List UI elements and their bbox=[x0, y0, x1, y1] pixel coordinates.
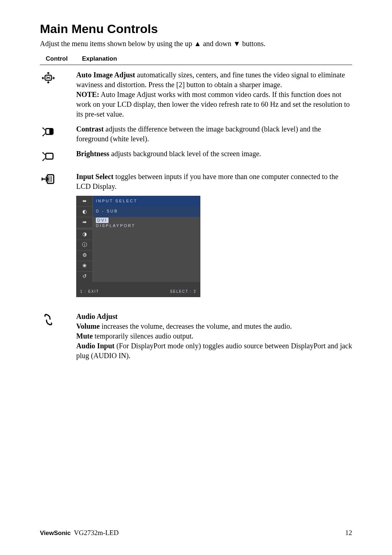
footer-model: VG2732m-LED bbox=[74, 529, 118, 536]
audio-mute-rest: temporarily silences audio output. bbox=[93, 332, 193, 340]
osd-opt-displayport: DISPLAYPORT bbox=[96, 223, 197, 228]
input-select-rest: toggles between inputs if you have more … bbox=[76, 173, 338, 190]
page-footer: ViewSonic VG2732m-LED 12 bbox=[40, 529, 352, 537]
table-header-control: Control bbox=[40, 55, 82, 62]
audio-volume-lead: Volume bbox=[76, 322, 100, 330]
auto-image-note-label: NOTE: bbox=[76, 90, 99, 98]
intro-text: Adjust the menu items shown below by usi… bbox=[40, 40, 352, 48]
osd-icon-auto: ⬌ bbox=[77, 196, 93, 206]
audio-input-lead: Audio Input bbox=[76, 342, 114, 350]
auto-image-lead: Auto Image Adjust bbox=[76, 71, 135, 79]
osd-icon-setup: ❀ bbox=[77, 261, 93, 271]
osd-icon-manual: ⚙ bbox=[77, 250, 93, 261]
contrast-icon bbox=[40, 125, 57, 139]
down-triangle-icon: ▼ bbox=[233, 40, 241, 48]
osd-opt-dvi: DVI bbox=[96, 218, 109, 223]
input-select-lead: Input Select bbox=[76, 173, 114, 181]
osd-footer-right: SELECT : 2 bbox=[170, 289, 196, 294]
osd-icon-contrast: ◐ bbox=[77, 206, 93, 217]
footer-pagenum: 12 bbox=[345, 529, 352, 537]
entry-auto-image: Auto Image Adjust automatically sizes, c… bbox=[40, 70, 352, 119]
intro-pre: Adjust the menu items shown below by usi… bbox=[40, 40, 194, 48]
osd-title: INPUT SELECT bbox=[93, 196, 200, 206]
osd-icon-input: ➡ bbox=[77, 217, 93, 227]
input-select-icon bbox=[40, 173, 57, 187]
osd-opt-dsub: D - SUB bbox=[96, 208, 197, 214]
entry-brightness: Brightness adjusts background black leve… bbox=[40, 149, 352, 167]
brightness-rest: adjusts background black level of the sc… bbox=[109, 150, 261, 158]
osd-icon-recall: ↺ bbox=[77, 271, 93, 282]
table-header-row: Control Explanation bbox=[40, 55, 352, 65]
svg-rect-2 bbox=[49, 129, 53, 134]
osd-body: D - SUB bbox=[93, 206, 200, 217]
audio-mute-lead: Mute bbox=[76, 332, 93, 340]
audio-title: Audio Adjust bbox=[76, 312, 118, 320]
brightness-lead: Brightness bbox=[76, 150, 109, 158]
entry-input-select: Input Select toggles between inputs if y… bbox=[40, 172, 352, 307]
osd-icon-info: ⓘ bbox=[77, 240, 93, 250]
brightness-icon bbox=[40, 150, 57, 164]
osd-footer-left: 1 : EXIT bbox=[80, 289, 99, 294]
osd-footer: 1 : EXIT SELECT : 2 bbox=[77, 285, 200, 297]
contrast-rest: adjusts the difference between the image… bbox=[76, 125, 321, 143]
osd-icon-color: ◑ bbox=[77, 229, 93, 240]
audio-adjust-icon bbox=[40, 312, 57, 327]
audio-volume-rest: increases the volume, decreases the volu… bbox=[100, 322, 292, 330]
up-triangle-icon: ▲ bbox=[194, 40, 201, 48]
page-heading: Main Menu Controls bbox=[40, 22, 352, 36]
intro-post: buttons. bbox=[240, 40, 265, 48]
intro-mid: and down bbox=[201, 40, 233, 48]
contrast-lead: Contrast bbox=[76, 125, 104, 133]
audio-input-rest: (For DisplayPort mode only) toggles audi… bbox=[76, 342, 352, 360]
auto-image-note-text: Auto Image Adjust works with most common… bbox=[76, 90, 350, 118]
entry-contrast: Contrast adjusts the difference between … bbox=[40, 124, 352, 144]
auto-image-adjust-icon bbox=[40, 71, 57, 85]
table-header-explanation: Explanation bbox=[82, 55, 352, 62]
svg-rect-3 bbox=[46, 153, 53, 159]
footer-brand: ViewSonic bbox=[40, 530, 71, 536]
osd-panel: ⬌ INPUT SELECT ◐ D - SUB ➡ DVI DISPLAYP bbox=[76, 196, 200, 297]
entry-audio-adjust: Audio Adjust Volume increases the volume… bbox=[40, 312, 352, 361]
